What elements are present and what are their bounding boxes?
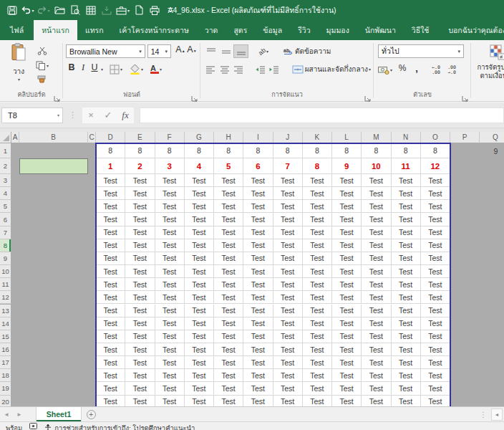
new-sheet-button[interactable]: +: [82, 407, 100, 421]
cell-G11[interactable]: Test: [185, 278, 214, 291]
cell-L4[interactable]: Test: [332, 187, 362, 200]
cell-O11[interactable]: Test: [421, 278, 450, 291]
cell-E20[interactable]: Test: [125, 396, 155, 406]
cell-I7[interactable]: Test: [243, 226, 273, 239]
undo-icon[interactable]: ▾: [21, 3, 34, 17]
cell-L20[interactable]: Test: [332, 396, 362, 406]
cell-M17[interactable]: Test: [362, 356, 391, 369]
cell-F6[interactable]: Test: [155, 213, 185, 226]
cell-N19[interactable]: Test: [392, 382, 421, 395]
cell-M15[interactable]: Test: [362, 330, 391, 343]
cell-G13[interactable]: Test: [185, 305, 214, 317]
cell-G12[interactable]: Test: [185, 291, 214, 304]
select-all-corner[interactable]: [0, 132, 11, 143]
cell-L14[interactable]: Test: [332, 317, 362, 330]
cell-N5[interactable]: Test: [392, 200, 421, 213]
cell-F2[interactable]: 3: [155, 158, 185, 174]
cell-O13[interactable]: Test: [421, 305, 450, 317]
tab-5[interactable]: สูตร: [226, 20, 255, 40]
cell-M2[interactable]: 10: [362, 158, 391, 174]
cell-H12[interactable]: Test: [214, 291, 243, 304]
cell-F17[interactable]: Test: [155, 356, 185, 369]
cell-O6[interactable]: Test: [421, 213, 450, 226]
cell-I9[interactable]: Test: [243, 252, 273, 265]
cell-N13[interactable]: Test: [392, 305, 421, 317]
row-header-3[interactable]: 3: [0, 174, 11, 187]
cell-J11[interactable]: Test: [273, 278, 303, 291]
cell-J16[interactable]: Test: [273, 343, 303, 356]
row-header-13[interactable]: 13: [0, 305, 11, 317]
cell-D5[interactable]: Test: [96, 200, 125, 213]
cell-L10[interactable]: Test: [332, 265, 362, 278]
cell-N14[interactable]: Test: [392, 317, 421, 330]
font-dialog-launcher-icon[interactable]: [191, 92, 198, 100]
number-format-combo[interactable]: ทั่วไป▾: [378, 44, 464, 58]
tabbar-resize-handle[interactable]: ⋮: [480, 411, 487, 419]
top-align-button[interactable]: [203, 44, 218, 58]
center-button[interactable]: [218, 62, 232, 76]
column-header-G[interactable]: G: [185, 132, 214, 143]
column-header-N[interactable]: N: [392, 132, 421, 143]
row-header-17[interactable]: 17: [0, 356, 11, 369]
cell-L11[interactable]: Test: [332, 278, 362, 291]
cell-G18[interactable]: Test: [185, 369, 214, 382]
cell-E10[interactable]: Test: [125, 265, 155, 278]
cell-J7[interactable]: Test: [273, 226, 303, 239]
cell-K15[interactable]: Test: [303, 330, 332, 343]
cell-M3[interactable]: Test: [362, 174, 391, 187]
cell-F13[interactable]: Test: [155, 305, 185, 317]
cell-G17[interactable]: Test: [185, 356, 214, 369]
cell-I10[interactable]: Test: [243, 265, 273, 278]
table-icon[interactable]: [84, 3, 97, 17]
cell-M5[interactable]: Test: [362, 200, 391, 213]
font-size-combo[interactable]: 14▾: [147, 44, 171, 58]
cell-O17[interactable]: Test: [421, 356, 450, 369]
column-header-H[interactable]: H: [214, 132, 243, 143]
row-header-9[interactable]: 9: [0, 252, 11, 265]
cell-L12[interactable]: Test: [332, 291, 362, 304]
new-document-icon[interactable]: [132, 3, 145, 17]
cell-H14[interactable]: Test: [214, 317, 243, 330]
cell-H4[interactable]: Test: [214, 187, 243, 200]
cell-N16[interactable]: Test: [392, 343, 421, 356]
column-header-Q[interactable]: Q: [480, 132, 504, 143]
cell-M11[interactable]: Test: [362, 278, 391, 291]
cell-F11[interactable]: Test: [155, 278, 185, 291]
cell-L5[interactable]: Test: [332, 200, 362, 213]
cell-D20[interactable]: Test: [96, 396, 125, 406]
cell-J19[interactable]: Test: [273, 382, 303, 395]
cell-K12[interactable]: Test: [303, 291, 332, 304]
cell-F3[interactable]: Test: [155, 174, 185, 187]
cell-I17[interactable]: Test: [243, 356, 273, 369]
cell-G15[interactable]: Test: [185, 330, 214, 343]
cell-K5[interactable]: Test: [303, 200, 332, 213]
cell-F16[interactable]: Test: [155, 343, 185, 356]
cell-E4[interactable]: Test: [125, 187, 155, 200]
cell-I16[interactable]: Test: [243, 343, 273, 356]
cell-D13[interactable]: Test: [96, 305, 125, 317]
cell-E14[interactable]: Test: [125, 317, 155, 330]
cell-D14[interactable]: Test: [96, 317, 125, 330]
row-header-8[interactable]: 8: [0, 239, 11, 252]
cell-H13[interactable]: Test: [214, 305, 243, 317]
bottom-align-button[interactable]: [233, 44, 248, 58]
cell-I12[interactable]: Test: [243, 291, 273, 304]
cell-L13[interactable]: Test: [332, 305, 362, 317]
cell-E16[interactable]: Test: [125, 343, 155, 356]
cell-H6[interactable]: Test: [214, 213, 243, 226]
cell-K6[interactable]: Test: [303, 213, 332, 226]
cell-M1[interactable]: 8: [362, 143, 391, 158]
cell-M4[interactable]: Test: [362, 187, 391, 200]
cell-M7[interactable]: Test: [362, 226, 391, 239]
cell-N1[interactable]: 8: [392, 143, 421, 158]
decrease-indent-button[interactable]: [253, 62, 267, 76]
tab-3[interactable]: เค้าโครงหน้ากระดาษ: [112, 20, 197, 40]
borders-button[interactable]: ▾: [108, 63, 124, 76]
cell-F12[interactable]: Test: [155, 291, 185, 304]
clipboard-dialog-launcher-icon[interactable]: [54, 92, 61, 100]
import-icon[interactable]: [100, 3, 113, 17]
cell-H18[interactable]: Test: [214, 369, 243, 382]
tell-me-box[interactable]: บอกฉันว่าคุณต้องการทำ: [437, 20, 504, 40]
cell-J20[interactable]: Test: [273, 396, 303, 406]
cell-K20[interactable]: Test: [303, 396, 332, 406]
